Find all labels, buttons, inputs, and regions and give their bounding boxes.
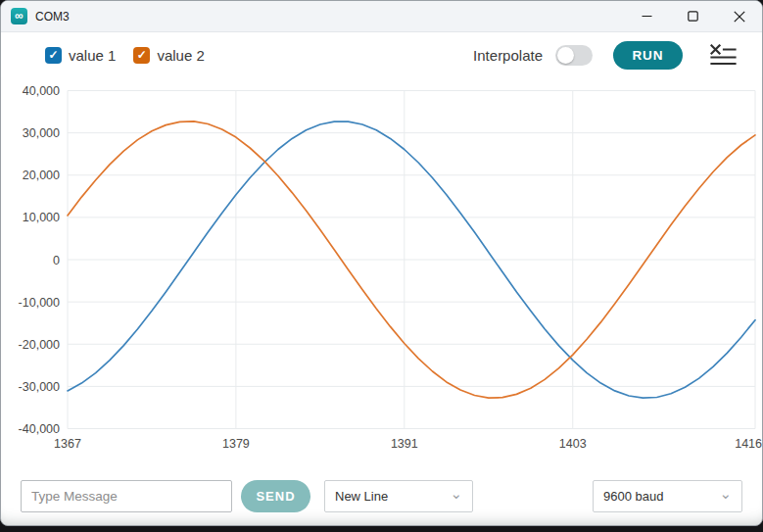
close-button[interactable] (716, 1, 762, 32)
svg-text:-20,000: -20,000 (19, 338, 60, 352)
svg-text:-30,000: -30,000 (19, 380, 60, 394)
send-button[interactable]: SEND (241, 480, 310, 512)
svg-text:1416: 1416 (735, 437, 762, 451)
svg-text:1367: 1367 (54, 437, 81, 451)
series-toggle-value2[interactable]: ✓ value 2 (133, 47, 204, 64)
svg-text:1379: 1379 (222, 437, 250, 451)
baud-rate-select[interactable]: 9600 baud ⌄ (593, 480, 742, 512)
svg-text:-40,000: -40,000 (19, 422, 60, 436)
arduino-icon: ∞ (11, 8, 27, 24)
interpolate-label: Interpolate (473, 47, 543, 64)
interpolate-toggle[interactable] (555, 45, 593, 66)
svg-text:0: 0 (53, 254, 60, 267)
series-label: value 1 (69, 47, 116, 64)
message-input[interactable] (21, 480, 232, 512)
line-chart: 40,00030,00020,00010,0000-10,000-20,000-… (1, 84, 763, 457)
message-bar: SEND New Line ⌄ 9600 baud ⌄ (1, 468, 763, 525)
series-toggle-value1[interactable]: ✓ value 1 (45, 47, 116, 64)
window-title: COM3 (35, 10, 70, 24)
checkbox-checked-icon: ✓ (45, 47, 62, 64)
series-label: value 2 (157, 47, 204, 64)
minimize-button[interactable] (624, 1, 670, 32)
svg-text:-10,000: -10,000 (19, 296, 60, 310)
chevron-down-icon: ⌄ (719, 489, 732, 499)
checkbox-checked-icon: ✓ (133, 47, 150, 64)
chart-area: 40,00030,00020,00010,0000-10,000-20,000-… (1, 84, 763, 457)
maximize-button[interactable] (670, 1, 716, 32)
desktop-background: ∞ COM3 ✓ value 1 ✓ value (0, 0, 763, 532)
svg-text:20,000: 20,000 (23, 169, 60, 182)
baud-rate-value: 9600 baud (603, 489, 663, 504)
toggle-knob-icon (557, 47, 574, 64)
window-controls (624, 1, 762, 32)
plotter-toolbar: ✓ value 1 ✓ value 2 Interpolate RUN (1, 32, 762, 77)
line-ending-select[interactable]: New Line ⌄ (324, 480, 473, 512)
svg-text:1403: 1403 (559, 437, 587, 451)
svg-text:30,000: 30,000 (23, 126, 60, 140)
line-ending-value: New Line (335, 489, 388, 504)
titlebar: ∞ COM3 (1, 1, 762, 32)
chevron-down-icon: ⌄ (450, 489, 462, 499)
svg-text:40,000: 40,000 (23, 84, 60, 98)
clear-output-icon[interactable] (710, 44, 737, 66)
toolbar-right-group: Interpolate RUN (473, 41, 737, 70)
run-button[interactable]: RUN (613, 41, 683, 70)
svg-text:10,000: 10,000 (23, 211, 60, 224)
serial-plotter-window: ∞ COM3 ✓ value 1 ✓ value (0, 0, 763, 526)
svg-text:1391: 1391 (391, 437, 418, 451)
